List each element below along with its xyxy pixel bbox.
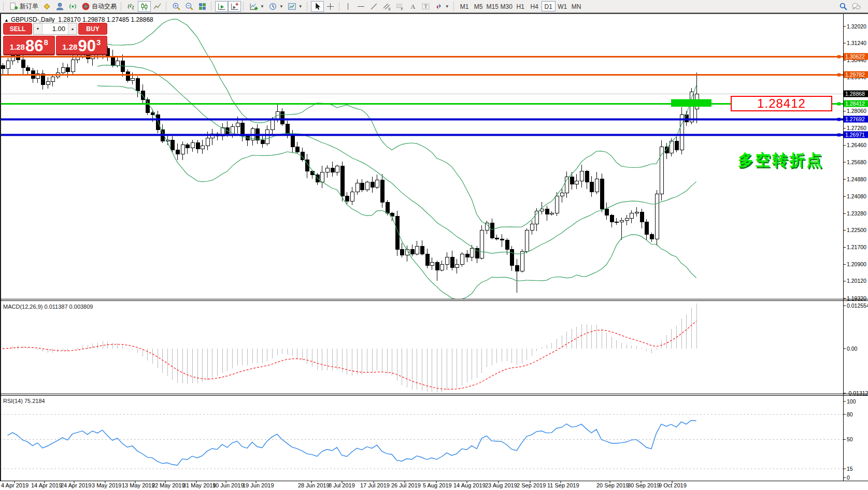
svg-text:23 Aug 2019: 23 Aug 2019 — [485, 482, 517, 488]
chat-icon — [852, 2, 861, 11]
timeframe-w1-button[interactable]: W1 — [556, 1, 570, 11]
svg-text:F: F — [401, 7, 403, 11]
toolbar-grip — [453, 2, 456, 11]
candlestick-icon — [140, 2, 149, 11]
horizontal-line-button[interactable] — [354, 1, 367, 12]
svg-text:1.27692: 1.27692 — [845, 116, 865, 122]
svg-text:1.26971: 1.26971 — [845, 132, 865, 138]
svg-text:13 May 2019: 13 May 2019 — [122, 482, 155, 488]
equidistant-channel-button[interactable]: E — [380, 1, 393, 12]
horizontal-line-icon — [357, 2, 365, 11]
bar-chart-button[interactable] — [125, 1, 138, 12]
svg-text:22 May 2019: 22 May 2019 — [152, 482, 185, 488]
svg-text:1.24880: 1.24880 — [847, 176, 866, 182]
templates-dropdown-arrow[interactable]: ▼ — [298, 4, 303, 9]
ohlc-values: 1.28170 1.29878 1.27485 1.28868 — [58, 16, 153, 23]
svg-text:24 Apr 2019: 24 Apr 2019 — [61, 482, 91, 488]
svg-text:1.19320: 1.19320 — [847, 295, 866, 301]
svg-text:14 Aug 2019: 14 Aug 2019 — [453, 482, 486, 488]
indicators-button[interactable]: ▼ — [247, 1, 266, 12]
arrows-icon — [434, 2, 443, 11]
text-icon: A — [408, 2, 417, 11]
new-order-label: 新订单 — [20, 2, 38, 11]
timeframe-m15-button[interactable]: M15 — [486, 1, 500, 11]
svg-text:1.21700: 1.21700 — [847, 244, 866, 250]
timeframe-m1-button[interactable]: M1 — [458, 1, 472, 11]
new-order-button[interactable]: 新订单 — [7, 1, 40, 12]
svg-text:1.24080: 1.24080 — [847, 193, 866, 199]
vertical-line-icon — [344, 2, 352, 11]
svg-text:-0.013128: -0.013128 — [847, 390, 868, 396]
timeframe-m5-button[interactable]: M5 — [472, 1, 486, 11]
timeframe-m30-button[interactable]: M30 — [500, 1, 514, 11]
svg-text:28 Jun 2019: 28 Jun 2019 — [298, 482, 330, 488]
autotrading-label: 自动交易 — [92, 2, 117, 11]
toolbar-grip — [166, 2, 168, 11]
svg-text:8 Jul 2019: 8 Jul 2019 — [329, 482, 355, 488]
timeframe-h4-button[interactable]: H4 — [528, 1, 542, 11]
cursor-icon — [313, 2, 322, 11]
macd-indicator-label: MACD(12,26,9) 0.011387 0.003809 — [3, 304, 93, 310]
svg-text:1.30622: 1.30622 — [845, 53, 865, 60]
buy-price-prefix: 1.28 — [62, 42, 77, 51]
annotation-text[interactable]: 多空转折点 — [738, 150, 823, 171]
svg-text:20 Sep 2019: 20 Sep 2019 — [596, 482, 629, 488]
search-icon — [839, 2, 848, 11]
text-button[interactable]: A — [406, 1, 419, 12]
zoom-in-button[interactable] — [170, 1, 183, 12]
chart-canvas[interactable]: 1.320201.312401.304401.296401.280601.272… — [0, 0, 868, 490]
new-order-icon — [9, 2, 18, 11]
timeframe-mn-button[interactable]: MN — [570, 1, 584, 11]
timeframe-d1-button[interactable]: D1 — [542, 1, 556, 11]
svg-text:1.28412: 1.28412 — [845, 100, 865, 107]
tile-windows-button[interactable] — [196, 1, 209, 12]
sell-button[interactable]: SELL — [3, 23, 32, 35]
trendline-icon — [369, 2, 378, 11]
metaeditor-button[interactable] — [40, 1, 53, 12]
svg-text:50: 50 — [847, 436, 853, 442]
buy-button[interactable]: BUY — [78, 23, 107, 35]
zoom-out-icon — [185, 2, 194, 11]
periods-button[interactable]: ▼ — [266, 1, 286, 12]
signals-button[interactable] — [66, 1, 79, 12]
price-callout-box[interactable]: 1.28412 — [731, 96, 832, 111]
trendline-button[interactable] — [367, 1, 380, 12]
indicators-dropdown-arrow[interactable]: ▼ — [260, 4, 264, 9]
svg-text:1.22500: 1.22500 — [847, 227, 866, 233]
buy-price-big: 90 — [78, 38, 95, 53]
svg-text:26 Jul 2019: 26 Jul 2019 — [391, 482, 421, 488]
collapse-panel-icon[interactable]: ▲ — [4, 18, 9, 23]
svg-text:11 Sep 2019: 11 Sep 2019 — [547, 482, 579, 488]
market-watch-button[interactable] — [53, 1, 66, 12]
fibonacci-button[interactable]: F — [393, 1, 406, 12]
timeframe-h1-button[interactable]: H1 — [514, 1, 528, 11]
candlestick-button[interactable] — [138, 1, 151, 12]
arrows-button[interactable]: ▼ — [432, 1, 451, 12]
volume-input[interactable] — [42, 23, 68, 34]
chat-button[interactable] — [850, 1, 863, 12]
auto-scroll-button[interactable] — [215, 1, 228, 12]
periods-dropdown-arrow[interactable]: ▼ — [279, 4, 283, 9]
svg-text:1.20120: 1.20120 — [847, 278, 866, 284]
buy-price-button[interactable]: 1.28 90 3 — [56, 36, 108, 55]
cursor-button[interactable] — [311, 1, 324, 12]
svg-text:3 May 2019: 3 May 2019 — [92, 482, 121, 488]
volume-up-button[interactable]: ▲ — [68, 23, 77, 34]
sell-price-button[interactable]: 1.28 86 8 — [3, 36, 55, 55]
templates-button[interactable]: ▼ — [286, 1, 305, 12]
zoom-out-button[interactable] — [183, 1, 196, 12]
main-toolbar: 新订单 自动交易 — [0, 0, 868, 13]
crosshair-button[interactable] — [324, 1, 337, 12]
autotrading-button[interactable]: 自动交易 — [79, 1, 119, 12]
search-button[interactable] — [837, 1, 850, 12]
bar-chart-icon — [127, 2, 136, 11]
line-chart-button[interactable] — [151, 1, 164, 12]
svg-text:14 Apr 2019: 14 Apr 2019 — [31, 482, 62, 488]
arrows-dropdown-arrow[interactable]: ▼ — [445, 4, 449, 9]
chart-shift-button[interactable] — [228, 1, 241, 12]
vertical-line-button[interactable] — [341, 1, 354, 12]
auto-scroll-icon — [217, 2, 226, 11]
text-label-button[interactable]: T — [419, 1, 432, 12]
rsi-indicator-label: RSI(14) 75.2184 — [3, 398, 45, 404]
volume-down-button[interactable]: ▼ — [34, 23, 42, 34]
